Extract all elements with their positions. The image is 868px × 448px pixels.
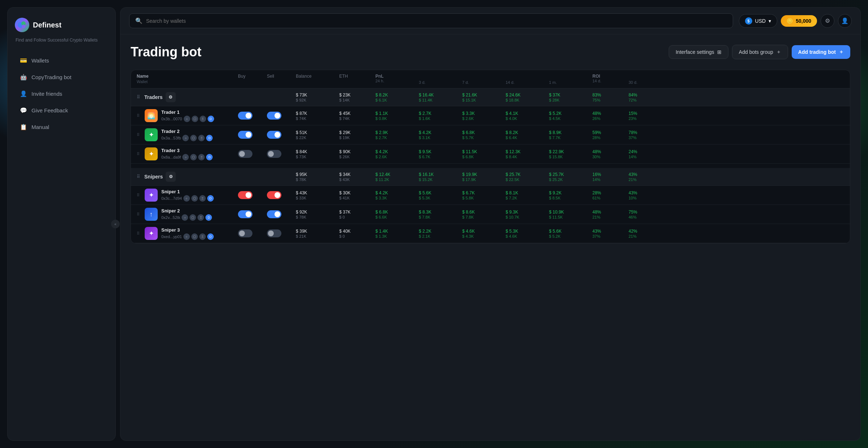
traders-settings-button[interactable]: ⚙ <box>166 92 176 102</box>
sniper1-eth-bot: $ 41K <box>339 196 375 200</box>
snipers-pnl3-bot: $ 15.2K <box>419 177 462 182</box>
trader3-pnl24-bot: $ 2.6K <box>375 155 419 159</box>
eth-icon: Ξ <box>200 116 206 122</box>
sniper2-pnl14-top: $ 9.3K <box>506 210 549 215</box>
settings-button[interactable]: ⚙ <box>821 14 834 28</box>
sniper3-sell-toggle[interactable] <box>267 229 296 237</box>
trader3-icons: ⟐ ⬡ Ξ D <box>182 154 213 160</box>
profile-button[interactable]: 👤 <box>838 14 852 28</box>
sniper1-balance-top: $ 43K <box>296 190 339 195</box>
logo-icon <box>15 18 29 32</box>
sidebar-item-manual[interactable]: 📋 Manual <box>15 119 108 135</box>
table-row: ⠿ ✦ Trader 2 0x3a...53fb ⟐ ⬡ Ξ <box>131 125 850 145</box>
search-input[interactable] <box>146 18 727 24</box>
sniper2-pnl24-bot: $ 6.6K <box>375 215 419 219</box>
table-row: ⠿ ✦ Sniper 3 0xed...yp01 ⟐ ⬡ Ξ <box>131 224 850 243</box>
sniper1-pnl7-bot: $ 5.8K <box>462 196 506 200</box>
trader3-pnl3-top: $ 9.5K <box>419 149 462 154</box>
add-trading-bot-label: Add trading bot <box>798 49 836 55</box>
traders-pnl7-bot: $ 15.1K <box>462 98 506 102</box>
trader2-pnl3-top: $ 4.2K <box>419 130 462 135</box>
trader1-buy-toggle[interactable] <box>238 112 267 120</box>
sniper2-pnl1m-top: $ 10.9K <box>549 210 592 215</box>
trader1-info: ⠿ 🌅 Trader 1 0x3b...0070 ⟐ ⬡ Ξ <box>137 109 238 122</box>
trader2-pnl24-bot: $ 2.7K <box>375 135 419 140</box>
snipers-pnl24-bot: $ 11.2K <box>375 177 419 182</box>
add-trading-bot-button[interactable]: Add trading bot ＋ <box>792 45 850 59</box>
col-status-header: Buy <box>238 74 267 79</box>
snipers-pnl14-bot: $ 22.5K <box>506 177 549 182</box>
sniper2-buy-toggle[interactable] <box>238 210 267 218</box>
trader3-buy-toggle[interactable] <box>238 150 267 158</box>
trader3-pnl7-bot: $ 6.8K <box>462 155 506 159</box>
trader3-avatar: ✦ <box>145 147 158 160</box>
drag-handle-icon: ⠿ <box>137 193 140 198</box>
trader2-sell-toggle[interactable] <box>267 131 296 139</box>
sidebar-item-invite[interactable]: 👤 Invite friends <box>15 86 108 102</box>
trader3-name: Trader 3 <box>161 148 213 153</box>
traders-pnl14-bot: $ 18.8K <box>506 98 549 102</box>
trader3-pnl1m-top: $ 22.9K <box>549 149 592 154</box>
sniper1-sell-toggle[interactable] <box>267 191 296 199</box>
balance-display[interactable]: 🪙 50,000 <box>781 15 817 27</box>
sidebar-item-copytrading[interactable]: 🤖 CopyTrading bot <box>15 69 108 85</box>
trader2-roi30-top: 78% <box>629 130 665 135</box>
sniper2-address: 0x2v...52tk <box>161 215 180 220</box>
sniper3-pnl24-top: $ 1.4K <box>375 229 419 234</box>
trader2-roi14-bot: 28% <box>592 135 629 140</box>
wallets-icon: 💳 <box>20 57 27 64</box>
trader2-icons: ⟐ ⬡ Ξ D <box>182 135 213 141</box>
trader2-buy-toggle[interactable] <box>238 131 267 139</box>
sniper2-roi14-top: 48% <box>592 210 629 215</box>
trader2-info: ⠿ ✦ Trader 2 0x3a...53fb ⟐ ⬡ Ξ <box>137 128 238 141</box>
col-roi-header: ROI <box>592 74 629 79</box>
snipers-roi30-bot: 21% <box>629 177 665 182</box>
eth-icon: Ξ <box>199 195 206 202</box>
logo-area: Definest « <box>15 18 108 32</box>
add-bots-group-button[interactable]: Add bots group ＋ <box>732 45 788 59</box>
trader1-roi14-bot: 26% <box>592 116 629 121</box>
sniper3-pnl7-top: $ 4.6K <box>462 229 506 234</box>
drag-handle-icon: ⠿ <box>137 174 140 179</box>
col-pnl14-header: 14 d. <box>506 80 549 85</box>
sniper1-roi14-top: 28% <box>592 190 629 195</box>
sidebar-label-invite: Invite friends <box>31 91 62 97</box>
sniper2-sell-toggle[interactable] <box>267 210 296 218</box>
sniper3-pnl1m-bot: $ 5.2K <box>549 234 592 238</box>
trader2-avatar: ✦ <box>145 128 158 141</box>
trader1-sell-toggle[interactable] <box>267 112 296 120</box>
snipers-group-label: ⠿ Snipers ⚙ <box>137 172 238 182</box>
traders-eth-top: $ 23K <box>339 92 375 98</box>
eth-icon: Ξ <box>198 154 205 160</box>
traders-roi14-top: 83% <box>592 92 629 98</box>
app-tagline: Find and Follow Successful Crypto Wallet… <box>15 37 108 43</box>
trader3-eth-bot: $ 26K <box>339 155 375 159</box>
header: 🔍 $ USD ▾ 🪙 50,000 ⚙ 👤 <box>120 8 860 34</box>
sniper1-buy-toggle[interactable] <box>238 191 267 199</box>
sidebar-collapse-button[interactable]: « <box>111 220 120 228</box>
sniper1-pnl7-top: $ 6.7K <box>462 190 506 195</box>
trader3-roi14-top: 48% <box>592 149 629 154</box>
sidebar-nav: 💳 Wallets 🤖 CopyTrading bot 👤 Invite fri… <box>15 53 108 135</box>
trader3-sell-toggle[interactable] <box>267 150 296 158</box>
trader1-pnl14-top: $ 4.1K <box>506 111 549 116</box>
search-bar[interactable]: 🔍 <box>129 13 733 28</box>
interface-settings-button[interactable]: Interface settings ⊞ <box>669 45 728 59</box>
col-sell-header: Sell <box>267 74 296 79</box>
sniper2-pnl1m-bot: $ 11.5K <box>549 215 592 219</box>
sniper3-roi14-top: 43% <box>592 229 629 234</box>
sniper3-buy-toggle[interactable] <box>238 229 267 237</box>
currency-selector[interactable]: $ USD ▾ <box>739 14 778 28</box>
snipers-settings-button[interactable]: ⚙ <box>166 172 176 182</box>
app-container: Definest « Find and Follow Successful Cr… <box>0 0 868 448</box>
chain-icon: ⟐ <box>183 233 190 240</box>
sniper2-roi30-top: 75% <box>629 210 665 215</box>
trader3-pnl14-bot: $ 8.4K <box>506 155 549 159</box>
d-icon: D <box>206 154 213 160</box>
trader1-balance-bot: $ 74K <box>296 116 339 121</box>
trader2-name: Trader 2 <box>161 129 213 134</box>
sidebar-item-feedback[interactable]: 💬 Give Feedback <box>15 103 108 119</box>
main-panel: 🔍 $ USD ▾ 🪙 50,000 ⚙ 👤 <box>120 7 861 441</box>
trader2-pnl1m-bot: $ 7.7K <box>549 135 592 140</box>
sidebar-item-wallets[interactable]: 💳 Wallets <box>15 53 108 69</box>
